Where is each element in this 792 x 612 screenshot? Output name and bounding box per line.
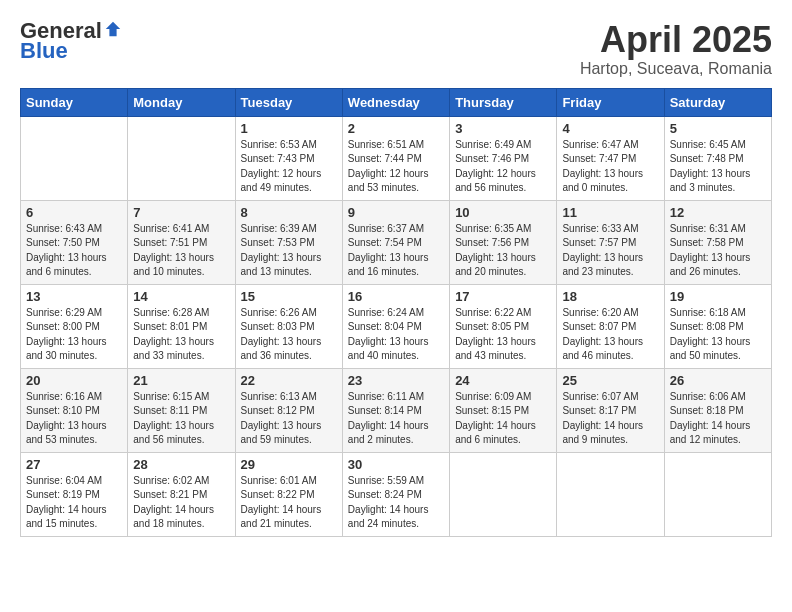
day-info: Sunrise: 6:11 AM Sunset: 8:14 PM Dayligh… xyxy=(348,390,444,448)
calendar-cell: 18Sunrise: 6:20 AM Sunset: 8:07 PM Dayli… xyxy=(557,284,664,368)
calendar-cell: 23Sunrise: 6:11 AM Sunset: 8:14 PM Dayli… xyxy=(342,368,449,452)
calendar-cell xyxy=(21,116,128,200)
day-info: Sunrise: 6:51 AM Sunset: 7:44 PM Dayligh… xyxy=(348,138,444,196)
calendar-cell: 3Sunrise: 6:49 AM Sunset: 7:46 PM Daylig… xyxy=(450,116,557,200)
calendar-cell: 30Sunrise: 5:59 AM Sunset: 8:24 PM Dayli… xyxy=(342,452,449,536)
calendar-week-row: 13Sunrise: 6:29 AM Sunset: 8:00 PM Dayli… xyxy=(21,284,772,368)
weekday-header-wednesday: Wednesday xyxy=(342,88,449,116)
day-number: 26 xyxy=(670,373,766,388)
day-number: 19 xyxy=(670,289,766,304)
day-info: Sunrise: 6:33 AM Sunset: 7:57 PM Dayligh… xyxy=(562,222,658,280)
month-year-title: April 2025 xyxy=(580,20,772,60)
day-number: 24 xyxy=(455,373,551,388)
calendar-cell: 24Sunrise: 6:09 AM Sunset: 8:15 PM Dayli… xyxy=(450,368,557,452)
calendar-cell: 1Sunrise: 6:53 AM Sunset: 7:43 PM Daylig… xyxy=(235,116,342,200)
day-number: 8 xyxy=(241,205,337,220)
calendar-cell: 26Sunrise: 6:06 AM Sunset: 8:18 PM Dayli… xyxy=(664,368,771,452)
day-info: Sunrise: 6:37 AM Sunset: 7:54 PM Dayligh… xyxy=(348,222,444,280)
day-info: Sunrise: 6:06 AM Sunset: 8:18 PM Dayligh… xyxy=(670,390,766,448)
day-number: 12 xyxy=(670,205,766,220)
day-info: Sunrise: 6:29 AM Sunset: 8:00 PM Dayligh… xyxy=(26,306,122,364)
calendar-cell: 27Sunrise: 6:04 AM Sunset: 8:19 PM Dayli… xyxy=(21,452,128,536)
day-number: 1 xyxy=(241,121,337,136)
calendar-cell: 10Sunrise: 6:35 AM Sunset: 7:56 PM Dayli… xyxy=(450,200,557,284)
day-number: 16 xyxy=(348,289,444,304)
day-number: 21 xyxy=(133,373,229,388)
day-info: Sunrise: 6:22 AM Sunset: 8:05 PM Dayligh… xyxy=(455,306,551,364)
day-info: Sunrise: 6:41 AM Sunset: 7:51 PM Dayligh… xyxy=(133,222,229,280)
calendar-cell: 7Sunrise: 6:41 AM Sunset: 7:51 PM Daylig… xyxy=(128,200,235,284)
location-subtitle: Hartop, Suceava, Romania xyxy=(580,60,772,78)
calendar-week-row: 27Sunrise: 6:04 AM Sunset: 8:19 PM Dayli… xyxy=(21,452,772,536)
weekday-header-monday: Monday xyxy=(128,88,235,116)
calendar-cell: 8Sunrise: 6:39 AM Sunset: 7:53 PM Daylig… xyxy=(235,200,342,284)
calendar-cell: 13Sunrise: 6:29 AM Sunset: 8:00 PM Dayli… xyxy=(21,284,128,368)
calendar-week-row: 20Sunrise: 6:16 AM Sunset: 8:10 PM Dayli… xyxy=(21,368,772,452)
day-info: Sunrise: 6:43 AM Sunset: 7:50 PM Dayligh… xyxy=(26,222,122,280)
weekday-header-thursday: Thursday xyxy=(450,88,557,116)
calendar-cell xyxy=(128,116,235,200)
day-info: Sunrise: 6:28 AM Sunset: 8:01 PM Dayligh… xyxy=(133,306,229,364)
day-info: Sunrise: 6:31 AM Sunset: 7:58 PM Dayligh… xyxy=(670,222,766,280)
calendar-cell: 11Sunrise: 6:33 AM Sunset: 7:57 PM Dayli… xyxy=(557,200,664,284)
svg-marker-0 xyxy=(106,22,120,36)
calendar-cell: 20Sunrise: 6:16 AM Sunset: 8:10 PM Dayli… xyxy=(21,368,128,452)
day-number: 5 xyxy=(670,121,766,136)
title-area: April 2025 Hartop, Suceava, Romania xyxy=(580,20,772,78)
day-info: Sunrise: 6:01 AM Sunset: 8:22 PM Dayligh… xyxy=(241,474,337,532)
day-info: Sunrise: 6:45 AM Sunset: 7:48 PM Dayligh… xyxy=(670,138,766,196)
day-number: 10 xyxy=(455,205,551,220)
calendar-cell: 17Sunrise: 6:22 AM Sunset: 8:05 PM Dayli… xyxy=(450,284,557,368)
day-info: Sunrise: 6:39 AM Sunset: 7:53 PM Dayligh… xyxy=(241,222,337,280)
calendar-table: SundayMondayTuesdayWednesdayThursdayFrid… xyxy=(20,88,772,537)
calendar-cell: 16Sunrise: 6:24 AM Sunset: 8:04 PM Dayli… xyxy=(342,284,449,368)
day-info: Sunrise: 6:04 AM Sunset: 8:19 PM Dayligh… xyxy=(26,474,122,532)
logo-icon xyxy=(104,20,122,38)
day-number: 18 xyxy=(562,289,658,304)
day-number: 3 xyxy=(455,121,551,136)
weekday-header-tuesday: Tuesday xyxy=(235,88,342,116)
day-info: Sunrise: 6:07 AM Sunset: 8:17 PM Dayligh… xyxy=(562,390,658,448)
day-number: 17 xyxy=(455,289,551,304)
day-info: Sunrise: 6:35 AM Sunset: 7:56 PM Dayligh… xyxy=(455,222,551,280)
calendar-cell: 22Sunrise: 6:13 AM Sunset: 8:12 PM Dayli… xyxy=(235,368,342,452)
day-info: Sunrise: 6:26 AM Sunset: 8:03 PM Dayligh… xyxy=(241,306,337,364)
day-number: 6 xyxy=(26,205,122,220)
calendar-cell xyxy=(450,452,557,536)
weekday-header-row: SundayMondayTuesdayWednesdayThursdayFrid… xyxy=(21,88,772,116)
calendar-cell: 14Sunrise: 6:28 AM Sunset: 8:01 PM Dayli… xyxy=(128,284,235,368)
day-info: Sunrise: 6:09 AM Sunset: 8:15 PM Dayligh… xyxy=(455,390,551,448)
weekday-header-sunday: Sunday xyxy=(21,88,128,116)
day-number: 27 xyxy=(26,457,122,472)
day-number: 23 xyxy=(348,373,444,388)
day-info: Sunrise: 6:24 AM Sunset: 8:04 PM Dayligh… xyxy=(348,306,444,364)
calendar-cell: 15Sunrise: 6:26 AM Sunset: 8:03 PM Dayli… xyxy=(235,284,342,368)
calendar-cell xyxy=(664,452,771,536)
day-number: 30 xyxy=(348,457,444,472)
calendar-cell: 25Sunrise: 6:07 AM Sunset: 8:17 PM Dayli… xyxy=(557,368,664,452)
logo: General Blue xyxy=(20,20,122,64)
day-number: 14 xyxy=(133,289,229,304)
day-number: 20 xyxy=(26,373,122,388)
day-number: 4 xyxy=(562,121,658,136)
calendar-cell: 28Sunrise: 6:02 AM Sunset: 8:21 PM Dayli… xyxy=(128,452,235,536)
day-number: 22 xyxy=(241,373,337,388)
day-info: Sunrise: 6:13 AM Sunset: 8:12 PM Dayligh… xyxy=(241,390,337,448)
calendar-cell: 2Sunrise: 6:51 AM Sunset: 7:44 PM Daylig… xyxy=(342,116,449,200)
day-number: 29 xyxy=(241,457,337,472)
page-header: General Blue April 2025 Hartop, Suceava,… xyxy=(20,20,772,78)
calendar-week-row: 1Sunrise: 6:53 AM Sunset: 7:43 PM Daylig… xyxy=(21,116,772,200)
day-number: 7 xyxy=(133,205,229,220)
calendar-cell: 6Sunrise: 6:43 AM Sunset: 7:50 PM Daylig… xyxy=(21,200,128,284)
day-info: Sunrise: 6:16 AM Sunset: 8:10 PM Dayligh… xyxy=(26,390,122,448)
day-number: 11 xyxy=(562,205,658,220)
day-info: Sunrise: 6:18 AM Sunset: 8:08 PM Dayligh… xyxy=(670,306,766,364)
calendar-cell xyxy=(557,452,664,536)
day-number: 15 xyxy=(241,289,337,304)
calendar-cell: 21Sunrise: 6:15 AM Sunset: 8:11 PM Dayli… xyxy=(128,368,235,452)
calendar-cell: 29Sunrise: 6:01 AM Sunset: 8:22 PM Dayli… xyxy=(235,452,342,536)
day-number: 28 xyxy=(133,457,229,472)
calendar-cell: 9Sunrise: 6:37 AM Sunset: 7:54 PM Daylig… xyxy=(342,200,449,284)
day-info: Sunrise: 6:20 AM Sunset: 8:07 PM Dayligh… xyxy=(562,306,658,364)
day-info: Sunrise: 6:49 AM Sunset: 7:46 PM Dayligh… xyxy=(455,138,551,196)
